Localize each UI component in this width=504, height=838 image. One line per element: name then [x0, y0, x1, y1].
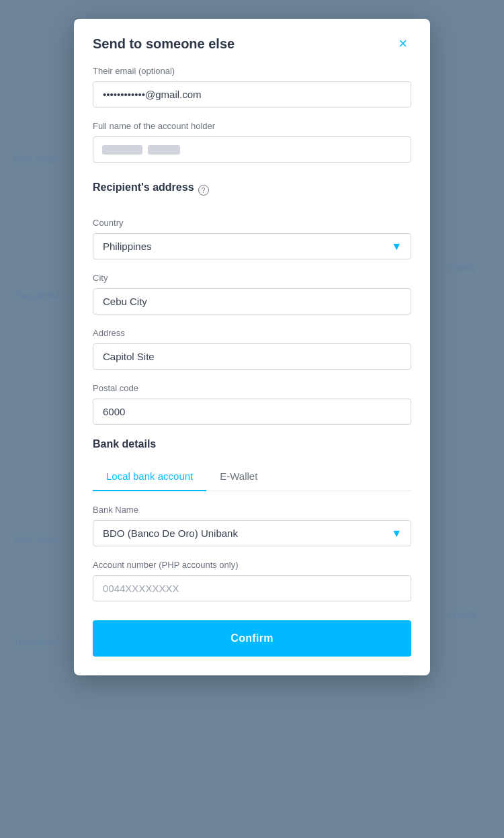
bank-name-select-wrapper: BDO (Banco De Oro) Unibank ▼ — [93, 520, 411, 546]
tab-ewallet[interactable]: E-Wallet — [206, 464, 271, 491]
postal-input[interactable] — [93, 399, 411, 425]
bank-name-select[interactable]: BDO (Banco De Oro) Unibank — [93, 520, 411, 546]
account-number-input[interactable] — [93, 575, 411, 601]
country-label: Country — [93, 218, 411, 228]
email-label: Their email (optional) — [93, 66, 411, 76]
address-help-icon[interactable]: ? — [198, 185, 209, 196]
country-group: Country Philippines ▼ — [93, 218, 411, 259]
city-group: City — [93, 273, 411, 315]
address-section-label: Recipient's address — [93, 181, 194, 194]
city-label: City — [93, 273, 411, 283]
address-section-header: Recipient's address ? — [93, 176, 411, 204]
country-select-wrapper: Philippines ▼ — [93, 233, 411, 259]
address-group: Address — [93, 328, 411, 370]
tabs-container: Local bank account E-Wallet — [93, 464, 411, 491]
modal-body: Their email (optional) Full name of the … — [74, 66, 430, 675]
account-number-label: Account number (PHP accounts only) — [93, 560, 411, 570]
fullname-label: Full name of the account holder — [93, 121, 411, 131]
modal-header: Send to someone else × — [74, 19, 430, 66]
close-button[interactable]: × — [394, 35, 411, 52]
city-input[interactable] — [93, 288, 411, 315]
country-select[interactable]: Philippines — [93, 233, 411, 259]
modal-title: Send to someone else — [93, 36, 235, 52]
tab-local-bank[interactable]: Local bank account — [93, 464, 206, 491]
account-number-group: Account number (PHP accounts only) — [93, 560, 411, 601]
email-group: Their email (optional) — [93, 66, 411, 108]
modal: Send to someone else × Their email (opti… — [74, 19, 430, 675]
fullname-input[interactable] — [93, 136, 411, 163]
confirm-button[interactable]: Confirm — [93, 620, 411, 657]
bank-name-group: Bank Name BDO (Banco De Oro) Unibank ▼ — [93, 505, 411, 546]
email-input[interactable] — [93, 81, 411, 108]
bank-name-label: Bank Name — [93, 505, 411, 515]
address-label: Address — [93, 328, 411, 338]
postal-label: Postal code — [93, 383, 411, 393]
fullname-group: Full name of the account holder — [93, 121, 411, 163]
address-input[interactable] — [93, 343, 411, 370]
bank-section-header: Bank details — [93, 438, 411, 450]
bank-tabs-section: Local bank account E-Wallet Bank Name BD… — [93, 464, 411, 601]
bank-section-label: Bank details — [93, 438, 411, 450]
postal-group: Postal code — [93, 383, 411, 425]
